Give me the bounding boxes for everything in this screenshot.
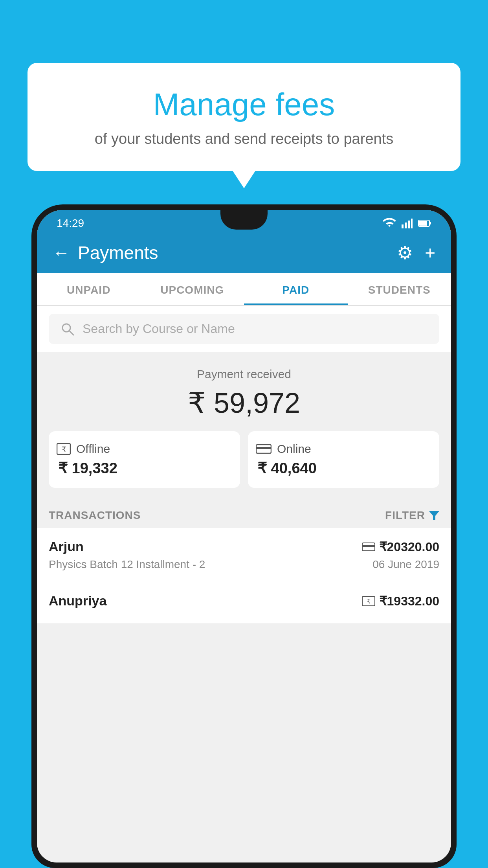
transaction-item[interactable]: Arjun ₹20320.00 Physics Batch 12 Install… — [37, 528, 451, 582]
transactions-label: TRANSACTIONS — [49, 509, 141, 522]
transaction-name-2: Anupriya — [49, 593, 106, 609]
transactions-header: TRANSACTIONS FILTER — [37, 500, 451, 528]
search-input[interactable]: Search by Course or Name — [83, 322, 235, 336]
transaction-course: Physics Batch 12 Installment - 2 — [49, 558, 205, 571]
filter-label: FILTER — [385, 509, 425, 522]
payment-cards: ₹ Offline ₹ 19,332 — [49, 431, 439, 488]
transaction-row2: Physics Batch 12 Installment - 2 06 June… — [49, 558, 439, 571]
offline-icon: ₹ — [57, 443, 71, 455]
transaction-type-icon — [362, 542, 375, 552]
online-icon — [256, 443, 272, 455]
back-button[interactable]: ← — [53, 244, 70, 261]
phone-outer: 14:29 — [31, 204, 457, 868]
transaction-amount: ₹20320.00 — [379, 539, 439, 554]
transaction-amount-row-2: ₹ ₹19332.00 — [362, 594, 439, 609]
offline-label: Offline — [76, 442, 110, 456]
svg-rect-0 — [402, 224, 404, 228]
transaction-amount-2: ₹19332.00 — [379, 594, 439, 609]
tabs-bar: UNPAID UPCOMING PAID STUDENTS — [37, 273, 451, 306]
svg-rect-2 — [408, 221, 410, 228]
svg-text:₹: ₹ — [62, 445, 66, 453]
status-bar: 14:29 — [37, 210, 451, 234]
svg-rect-1 — [405, 223, 407, 228]
transaction-row1: Anupriya ₹ ₹19332.00 — [49, 593, 439, 609]
offline-card-header: ₹ Offline — [57, 442, 110, 456]
search-bar[interactable]: Search by Course or Name — [49, 314, 439, 344]
search-bar-wrapper: Search by Course or Name — [37, 306, 451, 352]
svg-rect-5 — [419, 221, 427, 226]
payment-total-amount: ₹ 59,972 — [49, 386, 439, 419]
offline-amount: ₹ 19,332 — [57, 460, 117, 477]
svg-line-8 — [70, 331, 73, 335]
bubble-subtitle: of your students and send receipts to pa… — [59, 131, 429, 147]
add-button[interactable]: + — [425, 242, 435, 263]
offline-card: ₹ Offline ₹ 19,332 — [49, 431, 240, 488]
svg-text:₹: ₹ — [367, 598, 371, 605]
top-bar: ← Payments ⚙ + — [37, 234, 451, 273]
settings-button[interactable]: ⚙ — [397, 242, 413, 263]
svg-rect-6 — [430, 222, 431, 224]
transaction-name: Arjun — [49, 539, 84, 554]
status-icons — [383, 218, 431, 228]
online-card-header: Online — [256, 442, 311, 456]
transaction-amount-row: ₹20320.00 — [362, 539, 439, 554]
content-area: Search by Course or Name Payment receive… — [37, 306, 451, 862]
tab-students[interactable]: STUDENTS — [348, 273, 451, 305]
online-card: Online ₹ 40,640 — [248, 431, 439, 488]
svg-rect-15 — [362, 545, 375, 547]
filter-icon — [429, 511, 439, 520]
speech-bubble: Manage fees of your students and send re… — [28, 63, 460, 171]
transaction-date: 06 June 2019 — [372, 558, 439, 571]
status-time: 14:29 — [57, 217, 84, 230]
online-amount: ₹ 40,640 — [256, 460, 317, 477]
top-bar-right: ⚙ + — [397, 242, 435, 263]
transaction-item[interactable]: Anupriya ₹ ₹19332.00 — [37, 582, 451, 624]
battery-icon — [418, 219, 431, 227]
svg-rect-3 — [411, 219, 413, 228]
svg-rect-12 — [256, 447, 271, 449]
page-title: Payments — [78, 242, 158, 263]
tab-upcoming[interactable]: UPCOMING — [141, 273, 244, 305]
signal-icon — [402, 218, 413, 228]
search-icon — [61, 322, 75, 336]
svg-marker-13 — [429, 511, 439, 520]
online-label: Online — [277, 442, 311, 456]
wifi-icon — [383, 218, 396, 228]
phone-screen: 14:29 — [37, 210, 451, 862]
speech-bubble-wrapper: Manage fees of your students and send re… — [28, 63, 460, 171]
tab-paid[interactable]: PAID — [244, 273, 348, 305]
transaction-type-icon-2: ₹ — [362, 596, 375, 606]
top-bar-left: ← Payments — [53, 242, 158, 263]
phone-container: 14:29 — [31, 204, 457, 868]
transaction-row1: Arjun ₹20320.00 — [49, 539, 439, 554]
notch — [220, 210, 268, 230]
payment-summary: Payment received ₹ 59,972 ₹ Offli — [37, 352, 451, 500]
filter-button[interactable]: FILTER — [385, 509, 439, 522]
tab-unpaid[interactable]: UNPAID — [37, 273, 141, 305]
payment-received-label: Payment received — [49, 368, 439, 381]
bubble-title: Manage fees — [59, 86, 429, 123]
